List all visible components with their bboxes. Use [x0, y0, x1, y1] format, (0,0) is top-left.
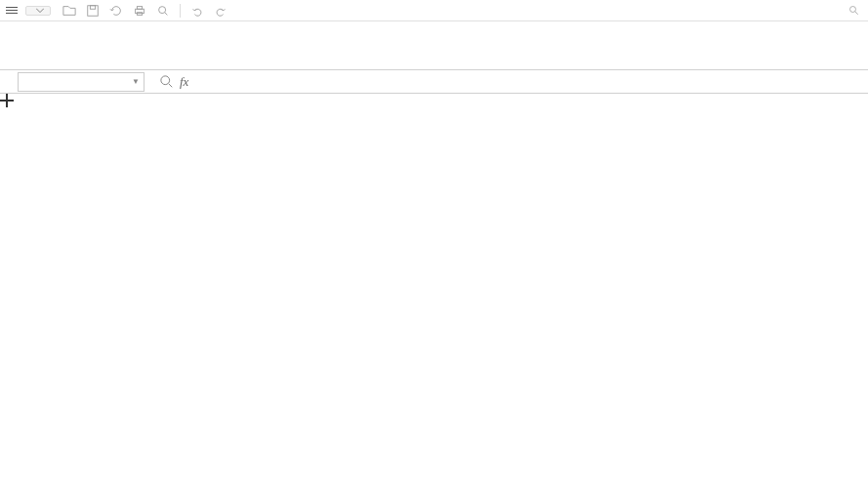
- svg-rect-3: [137, 6, 142, 9]
- search-command[interactable]: [848, 5, 864, 17]
- fx-label: fx: [180, 74, 188, 90]
- svg-rect-1: [90, 5, 95, 9]
- main-menu-icon[interactable]: [4, 7, 20, 14]
- print-icon[interactable]: [133, 4, 146, 18]
- svg-rect-0: [88, 5, 99, 16]
- svg-point-7: [161, 75, 170, 84]
- file-menu[interactable]: [25, 6, 51, 16]
- undo-icon[interactable]: [190, 4, 204, 18]
- svg-point-6: [850, 6, 856, 12]
- open-icon[interactable]: [62, 4, 76, 18]
- svg-point-5: [159, 6, 166, 13]
- save-icon[interactable]: [86, 4, 100, 18]
- zoom-icon[interactable]: [160, 75, 174, 89]
- print-preview-icon[interactable]: [156, 4, 170, 18]
- ribbon: [0, 21, 868, 70]
- name-box[interactable]: ▼: [18, 72, 145, 92]
- cell-cursor-icon: [0, 94, 14, 107]
- redo-icon[interactable]: [214, 4, 227, 18]
- formula-input[interactable]: [204, 73, 868, 91]
- refresh-icon[interactable]: [109, 4, 123, 18]
